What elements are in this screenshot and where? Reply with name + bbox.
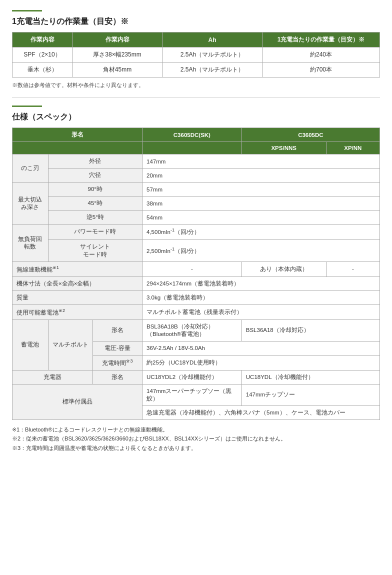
spec-sub-outer: 外径 [48, 154, 142, 168]
spec-val-45: 38mm [142, 196, 380, 210]
spec-sub-voltage: 電圧‐容量 [92, 341, 142, 355]
spec-val-battery-model-dc: BSL36A18（冷却対応） [242, 320, 380, 341]
work-header-col2: 作業内容 [72, 32, 162, 48]
spec-row-charger: 充電器 形名 UC18YDL2（冷却機能付） UC18YDL（冷却機能付） [12, 370, 380, 384]
spec-row-depth-90: 最大切込み深さ 90°時 57mm [12, 182, 380, 196]
spec-table: 形名 C3605DC(SK) C3605DC XPS/NNS XP/NN のこ刃… [12, 128, 380, 420]
spec-group-dimensions: 機体寸法（全長×全高×全幅） [12, 276, 142, 290]
spec-val-hole: 20mm [142, 168, 380, 182]
spec-val-battery-model-sk: BSL36A18B（冷却対応）（Bluetooth®蓄電池） [142, 320, 242, 341]
spec-row-rpm-power: 無負荷回転数 パワーモード時 4,500mIn-1（回/分） [12, 224, 380, 240]
spec-group-battery: 蓄電池 [12, 320, 48, 370]
spec-group-weight: 質量 [12, 290, 142, 304]
spec-val-power: 4,500mIn-1（回/分） [142, 224, 380, 240]
spec-val-inv5: 54mm [142, 210, 380, 224]
spec-val-90: 57mm [142, 182, 380, 196]
spec-val-standard-2: 急速充電器（冷却機能付）、六角棒スパナ（5mm）、ケース、電池カバー [142, 406, 380, 420]
spec-val-battery-usable: マルチボルト蓄電池（残量表示付） [142, 304, 380, 320]
spec-row-battery-model: 蓄電池 マルチボルト 形名 BSL36A18B（冷却対応）（Bluetooth®… [12, 320, 380, 341]
spec-val-charger-sk: UC18YDL2（冷却機能付） [142, 370, 242, 384]
spec-row-weight: 質量 3.0kg（蓄電池装着時） [12, 290, 380, 304]
section2-title: 仕様（スペック） [12, 112, 380, 122]
spec-sub-power: パワーモード時 [48, 224, 142, 240]
spec-val-wireless-xp: - [326, 262, 380, 277]
spec-val-wireless-xps: あり（本体内蔵） [242, 262, 326, 277]
work-row2-col4: 約700本 [262, 62, 380, 78]
section1-note: ※数値は参考値です。材料や条件により異なります。 [12, 82, 380, 89]
spec-group-depth: 最大切込み深さ [12, 182, 48, 224]
spec-val-weight: 3.0kg（蓄電池装着時） [142, 290, 380, 304]
work-row1-col4: 約240本 [262, 48, 380, 62]
section1: 1充電当たりの作業量（目安）※ 作業内容 作業内容 Ah 1充電当たりの作業量（… [12, 10, 380, 89]
spec-val-standard-1-sk: 147mmスーパーチップソー（黒鮫） [142, 384, 242, 406]
spec-val-wireless-sk: - [142, 262, 242, 277]
spec-sub-battery-model: 形名 [92, 320, 142, 341]
accent-line-1 [12, 10, 42, 12]
spec-group-battery-usable: 使用可能蓄電池※2 [12, 304, 142, 320]
work-row-2: 垂木（杉） 角材45mm 2.5Ah（マルチボルト） 約700本 [12, 62, 380, 78]
spec-val-dimensions: 294×245×174mm（蓄電池装着時） [142, 276, 380, 290]
spec-row-dimensions: 機体寸法（全長×全高×全幅） 294×245×174mm（蓄電池装着時） [12, 276, 380, 290]
spec-group-wireless: 無線連動機能※1 [12, 262, 142, 277]
spec-group-blade: のこ刃 [12, 154, 48, 182]
section1-title: 1充電当たりの作業量（目安）※ [12, 16, 380, 27]
spec-val-charge: 約25分（UC18YDL使用時） [142, 355, 380, 370]
work-row1-col1: SPF（2×10） [12, 48, 72, 62]
footnote-2: ※2：従来の蓄電池（BSL3620/3625/3626/3660およびBSL18… [12, 434, 380, 444]
spec-val-voltage: 36V-2.5Ah / 18V-5.0Ah [142, 341, 380, 355]
work-row1-col3: 2.5Ah（マルチボルト） [162, 48, 262, 62]
spec-group-standard: 標準付属品 [12, 384, 142, 420]
footnote-1: ※1：Bluetooth®によるコードレスクリーナとの無線連動機能。 [12, 425, 380, 434]
spec-val-charger-dc: UC18YDL（冷却機能付） [242, 370, 380, 384]
footnote-3: ※3：充電時間は周囲温度や蓄電池の状態により長くなるときがあります。 [12, 444, 380, 453]
spec-val-standard-1-dc: 147mmチップソー [242, 384, 380, 406]
spec-val-outer: 147mm [142, 154, 380, 168]
spec-sub-45: 45°時 [48, 196, 142, 210]
spec-row-depth-45: 45°時 38mm [12, 196, 380, 210]
divider [12, 97, 380, 98]
spec-subheader-empty [12, 142, 142, 154]
work-row2-col3: 2.5Ah（マルチボルト） [162, 62, 262, 78]
spec-row-depth-inv5: 逆5°時 54mm [12, 210, 380, 224]
spec-header-dc: C3605DC [242, 128, 380, 142]
spec-row-blade-outer: のこ刃 外径 147mm [12, 154, 380, 168]
work-row2-col2: 角材45mm [72, 62, 162, 78]
work-row-1: SPF（2×10） 厚さ38×幅235mm 2.5Ah（マルチボルト） 約240… [12, 48, 380, 62]
spec-sub-silent: サイレントモード時 [48, 239, 142, 262]
spec-subheader-xp: XP/NN [326, 142, 380, 154]
accent-line-2 [12, 106, 42, 107]
spec-group-charger: 充電器 [12, 370, 93, 384]
work-table: 作業内容 作業内容 Ah 1充電当たりの作業量（目安）※ SPF（2×10） 厚… [12, 32, 380, 78]
spec-row-standard-1: 標準付属品 147mmスーパーチップソー（黒鮫） 147mmチップソー [12, 384, 380, 406]
spec-row-battery-usable: 使用可能蓄電池※2 マルチボルト蓄電池（残量表示付） [12, 304, 380, 320]
spec-sub-hole: 穴径 [48, 168, 142, 182]
spec-val-silent: 2,500mIn-1（回/分） [142, 239, 380, 262]
work-header-col4: 1充電当たりの作業量（目安）※ [262, 32, 380, 48]
work-row2-col1: 垂木（杉） [12, 62, 72, 78]
spec-group-rpm: 無負荷回転数 [12, 224, 48, 262]
spec-header-model: 形名 [12, 128, 142, 142]
work-header-col1: 作業内容 [12, 32, 72, 48]
spec-row-blade-hole: 穴径 20mm [12, 168, 380, 182]
spec-subheader-xps: XPS/NNS [242, 142, 326, 154]
spec-sub-inv5: 逆5°時 [48, 210, 142, 224]
footnotes: ※1：Bluetooth®によるコードレスクリーナとの無線連動機能。 ※2：従来… [12, 425, 380, 453]
spec-sub-charger-model: 形名 [92, 370, 142, 384]
section2: 仕様（スペック） 形名 C3605DC(SK) C3605DC XPS/NNS … [12, 106, 380, 453]
spec-sub-90: 90°時 [48, 182, 142, 196]
spec-sub-charge: 充電時間※3 [92, 355, 142, 370]
spec-subheader-sk-empty [142, 142, 242, 154]
work-header-col3: Ah [162, 32, 262, 48]
spec-row-wireless: 無線連動機能※1 - あり（本体内蔵） - [12, 262, 380, 277]
spec-header-sk: C3605DC(SK) [142, 128, 242, 142]
spec-row-rpm-silent: サイレントモード時 2,500mIn-1（回/分） [12, 239, 380, 262]
spec-sub-multivolts: マルチボルト [48, 320, 92, 370]
work-row1-col2: 厚さ38×幅235mm [72, 48, 162, 62]
